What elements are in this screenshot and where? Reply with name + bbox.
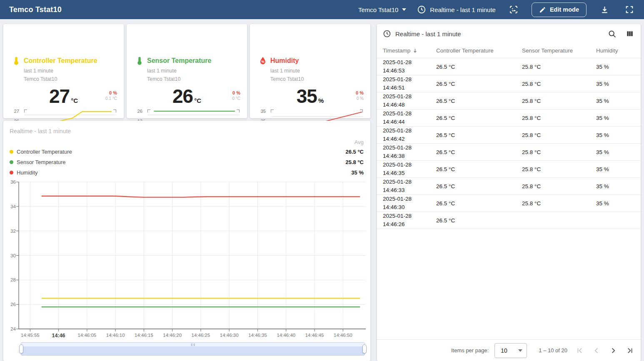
page-range-label: 1 – 10 of 20: [539, 347, 567, 354]
card-timewindow: last 1 minute: [147, 68, 177, 74]
x-tick-label: 14:45:55: [21, 333, 40, 338]
download-icon: [600, 5, 609, 15]
chevron-down-icon: [402, 8, 406, 11]
controller-temperature-cell: 26.5 °C: [436, 200, 522, 207]
thermometer-icon: [135, 56, 144, 65]
sensor-temperature-cell: 25.8 °C: [522, 115, 596, 121]
page-size-select[interactable]: 10: [494, 343, 527, 358]
controller-temperature-cell: 26.5 °C: [436, 115, 522, 121]
legend-avg-values: 26.5 °C25.8 °C35 %: [345, 147, 364, 178]
column-header-sensor[interactable]: Sensor Temperature: [522, 47, 596, 54]
x-tick-label: 14:46:10: [106, 333, 125, 338]
clock-icon: [383, 30, 391, 38]
fullscreen-button[interactable]: [622, 2, 637, 17]
humidity-cell: 35 %: [596, 183, 641, 189]
column-header-controller[interactable]: Controller Temperature: [436, 47, 522, 54]
table-row[interactable]: 2025-01-2814:46:3026.5 °C25.8 °C35 %: [377, 195, 641, 212]
spark-max-label: 26: [132, 109, 142, 114]
table-row[interactable]: 2025-01-2814:46:4826.5 °C25.8 °C35 %: [377, 92, 641, 110]
card-value-number: 35: [297, 85, 317, 107]
spark-max-label: 35: [256, 109, 266, 114]
card-delta-percent: 0 %: [232, 90, 240, 96]
sensor-temperature-cell: 25.8 °C: [522, 183, 596, 189]
chevron-right-icon: [609, 346, 618, 355]
download-button[interactable]: [597, 2, 612, 17]
timewindow-button[interactable]: Realtime - last 1 minute: [417, 5, 496, 14]
humidity-icon: %: [258, 56, 267, 65]
search-icon[interactable]: [608, 30, 617, 38]
columns-icon[interactable]: [626, 30, 634, 38]
controller-temperature-cell: 26.5 °C: [436, 81, 522, 87]
pencil-icon: [539, 6, 546, 13]
chart-plot-area: [19, 182, 366, 329]
humidity-cell: 35 %: [596, 115, 641, 121]
screenshot-button[interactable]: [507, 2, 521, 17]
controller-temperature-cell: 26.5 °C: [436, 64, 522, 70]
table-row[interactable]: 2025-01-2814:46:3826.5 °C25.8 °C35 %: [377, 144, 641, 161]
humidity-cell: 35 %: [596, 132, 641, 138]
spark-corner: [113, 110, 116, 112]
next-page-button[interactable]: [605, 342, 622, 359]
card-delta-percent: 0 %: [105, 90, 117, 96]
legend-item[interactable]: Controller Temperature: [10, 147, 72, 157]
last-page-button[interactable]: [622, 342, 638, 359]
table-row[interactable]: 2025-01-2814:46:4226.5 °C25.8 °C35 %: [377, 127, 641, 144]
legend-item[interactable]: Sensor Temperature: [10, 157, 72, 167]
y-tick-label: 26: [3, 302, 16, 307]
timestamp-cell: 2025-01-2814:46:38: [383, 144, 436, 161]
legend-label: Humidity: [17, 169, 38, 176]
x-tick-label: 14:46:35: [248, 333, 267, 338]
sensor-temperature-cell: 25.8 °C: [522, 166, 596, 172]
card-timewindow: last 1 minute: [270, 68, 300, 74]
card-delta-absolute: 0 °C: [232, 96, 240, 102]
humidity-cell: 35 %: [596, 200, 641, 207]
edit-mode-button[interactable]: Edit mode: [532, 2, 587, 17]
x-tick-label: 14:46:40: [277, 333, 295, 338]
page-size-value: 10: [495, 347, 507, 354]
x-tick-label: 14:46: [52, 333, 65, 339]
slider-handle-left[interactable]: [19, 344, 23, 354]
table-row[interactable]: 2025-01-2814:46:2626.5 °C: [377, 212, 641, 229]
column-header-humidity[interactable]: Humidity: [596, 47, 641, 54]
image-frame-icon: [509, 5, 519, 15]
card-delta: 0 % 0 %: [356, 90, 364, 101]
chart-timewindow-label: Realtime - last 1 minute: [10, 128, 71, 134]
sensor-temperature-cell: 25.8 °C: [522, 149, 596, 155]
table-row[interactable]: 2025-01-2814:46:4426.5 °C25.8 °C35 %: [377, 110, 641, 127]
table-row[interactable]: 2025-01-2814:46:5126.5 °C25.8 °C35 %: [377, 75, 641, 92]
timestamp-cell: 2025-01-2814:46:51: [383, 75, 436, 92]
table-row[interactable]: 2025-01-2814:46:3526.5 °C25.8 °C35 %: [377, 161, 641, 178]
legend-avg-value: 35 %: [345, 167, 364, 178]
slider-grip-icon[interactable]: [191, 344, 195, 346]
slider-handle-right[interactable]: [362, 344, 367, 354]
card-sensor-temperature: Sensor Temperature last 1 minute Temco T…: [127, 24, 247, 118]
first-page-button[interactable]: [572, 342, 588, 359]
spark-corner: [237, 110, 240, 112]
chevron-down-icon: [518, 349, 522, 352]
timestamp-cell: 2025-01-2814:46:30: [383, 195, 436, 212]
y-tick-label: 32: [3, 229, 16, 234]
table-row[interactable]: 2025-01-2814:46:3326.5 °C25.8 °C35 %: [377, 178, 641, 195]
card-delta: 0 % 0.1 °C: [105, 90, 117, 101]
legend-dot-icon: [10, 150, 13, 154]
table-row[interactable]: 2025-01-2814:46:5326.5 °C25.8 °C35 %: [377, 58, 641, 75]
card-value-unit: %: [318, 97, 324, 104]
humidity-cell: 35 %: [596, 64, 641, 70]
thermometer-icon: [12, 56, 21, 65]
legend-item[interactable]: Humidity: [10, 167, 72, 178]
edit-mode-label: Edit mode: [550, 6, 579, 13]
spark-corner: [24, 110, 27, 112]
card-entity: Temco Tstat10: [270, 76, 304, 82]
entity-selector[interactable]: Temco Tstat10: [358, 6, 406, 13]
previous-page-button[interactable]: [588, 342, 605, 359]
time-range-slider[interactable]: [21, 342, 365, 356]
card-delta: 0 % 0 °C: [232, 90, 240, 101]
timestamp-cell: 2025-01-2814:46:26: [383, 212, 436, 229]
spark-max-label: 27: [9, 109, 19, 114]
column-header-timestamp[interactable]: Timestamp: [383, 47, 436, 54]
sensor-temperature-cell: 25.8 °C: [522, 200, 596, 207]
card-value-unit: °C: [71, 97, 78, 104]
timestamp-cell: 2025-01-2814:46:42: [383, 127, 436, 144]
legend-label: Sensor Temperature: [17, 159, 66, 165]
humidity-cell: 35 %: [596, 98, 641, 104]
